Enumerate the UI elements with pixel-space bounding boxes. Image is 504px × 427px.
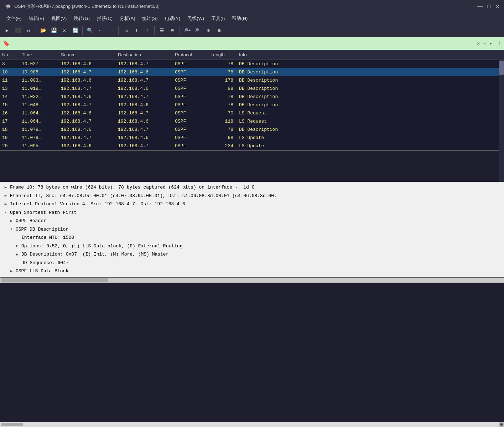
close-button[interactable]: ✕: [495, 3, 500, 10]
cell-len: 78: [208, 69, 237, 76]
bytes-hscroll-thumb[interactable]: [1, 423, 23, 426]
table-row[interactable]: 14 11.032… 192.168.4.6 192.168.4.7 OSPF …: [0, 93, 504, 101]
toolbar-colorize[interactable]: ☰: [157, 26, 167, 36]
menu-item-w[interactable]: 无线(W): [184, 14, 208, 23]
detail-row[interactable]: ▾OSPF DB Description: [0, 225, 504, 234]
table-row[interactable]: 17 11.064… 192.168.4.7 192.168.4.6 OSPF …: [0, 117, 504, 125]
cell-dst: 192.168.4.6: [116, 118, 173, 125]
table-row[interactable]: 18 11.079… 192.168.4.6 192.168.4.7 OSPF …: [0, 125, 504, 134]
cell-dst: 192.168.4.6: [116, 134, 173, 141]
toolbar-open[interactable]: 📂: [38, 26, 48, 36]
menu-item-y[interactable]: 电话(Y): [161, 14, 184, 23]
menu-item-f[interactable]: 文件(F): [3, 14, 25, 23]
toolbar-zoom-out[interactable]: 🔎-: [193, 26, 203, 36]
toolbar-jump[interactable]: ⇥: [121, 26, 131, 36]
cell-time: 11.079…: [20, 126, 59, 133]
cell-no: 19: [0, 134, 20, 141]
toolbar-save[interactable]: 💾: [49, 26, 59, 36]
col-info: Info: [237, 51, 504, 58]
cell-no: 16: [0, 110, 20, 117]
toolbar-close[interactable]: ✕: [59, 26, 69, 36]
cell-proto: OSPF: [173, 134, 208, 141]
cell-src: 192.168.4.7: [59, 134, 116, 141]
filter-clear-button[interactable]: ✕: [475, 40, 482, 47]
table-row[interactable]: 20 11.095… 192.168.4.6 192.168.4.7 OSPF …: [0, 142, 504, 150]
toolbar-next[interactable]: →: [106, 26, 116, 36]
cell-src: 192.168.4.6: [59, 93, 116, 100]
menu-item-a[interactable]: 分析(A): [116, 14, 139, 23]
detail-row[interactable]: ▶OSPF LLS Data Block: [0, 267, 504, 276]
detail-hscroll-thumb[interactable]: [1, 278, 108, 282]
detail-row[interactable]: ▶DB Description: 0x07, (I) Init, (M) Mor…: [0, 250, 504, 259]
menu-item-e[interactable]: 编辑(E): [25, 14, 48, 23]
table-row[interactable]: 13 11.019… 192.168.4.7 192.168.4.6 OSPF …: [0, 84, 504, 93]
filter-apply-button[interactable]: →: [483, 41, 487, 46]
menu-item-g[interactable]: 跳转(G): [70, 14, 93, 23]
toolbar-zoom-reset[interactable]: ⊙: [203, 26, 213, 36]
packet-list-vscrollbar[interactable]: [499, 60, 504, 182]
packet-list-vscroll-thumb[interactable]: [499, 61, 504, 75]
toolbar-capture-start[interactable]: ▶: [2, 26, 12, 36]
detail-row[interactable]: ▶Options: 0x52, O, (L) LLS Data block, (…: [0, 242, 504, 251]
detail-area: ▶Frame 10: 78 bytes on wire (624 bits), …: [0, 182, 504, 422]
table-row[interactable]: 8 10.037… 192.168.4.6 192.168.4.7 OSPF 7…: [0, 60, 504, 68]
cell-dst: 192.168.4.7: [116, 110, 173, 117]
menu-item-v[interactable]: 视图(V): [48, 14, 70, 23]
toolbar-separator-4: [154, 26, 155, 35]
toolbar-resize-columns[interactable]: ⊟: [214, 26, 224, 36]
cell-src: 192.168.4.6: [59, 77, 116, 84]
detail-row[interactable]: ▶Internet Protocol Version 4, Src: 192.1…: [0, 200, 504, 209]
cell-dst: 192.168.4.6: [116, 102, 173, 108]
detail-row[interactable]: DD Sequence: 6047: [0, 259, 504, 267]
toolbar-capture-stop[interactable]: ⬛: [13, 26, 23, 36]
table-row[interactable]: 16 11.064… 192.168.4.6 192.168.4.7 OSPF …: [0, 109, 504, 117]
cell-no: 8: [0, 61, 20, 67]
toolbar-zoom-in[interactable]: 🔎+: [182, 26, 192, 36]
cell-len: 234: [208, 143, 237, 149]
toolbar-find[interactable]: 🔍: [85, 26, 95, 36]
detail-text: OSPF LLS Data Block: [16, 268, 68, 275]
menu-item-s[interactable]: 统计(S): [139, 14, 161, 23]
cell-time: 10.985…: [20, 69, 59, 76]
toolbar-last[interactable]: ⬇: [142, 26, 152, 36]
toolbar-first[interactable]: ⬆: [131, 26, 141, 36]
bytes-pane-hscrollbar[interactable]: ⊡: [0, 422, 504, 427]
detail-row[interactable]: ▶Frame 10: 78 bytes on wire (624 bits), …: [0, 183, 504, 192]
cell-dst: 192.168.4.6: [116, 85, 173, 92]
cell-info: LS Update: [237, 143, 504, 149]
toolbar-auto-scroll[interactable]: ≡: [167, 26, 177, 36]
detail-toggle-icon: ▶: [3, 193, 9, 199]
packet-list-header: No. Time Source Destination Protocol Len…: [0, 50, 504, 60]
toolbar-capture-restart[interactable]: ↺: [24, 26, 33, 36]
cell-time: 11.064…: [20, 110, 59, 117]
detail-hscrollbar[interactable]: [0, 278, 504, 283]
filter-dropdown-button[interactable]: ▾: [489, 41, 493, 47]
toolbar-separator-3: [118, 26, 119, 35]
corner-button[interactable]: ⊡: [499, 422, 504, 427]
detail-row[interactable]: ▶OSPF Header: [0, 217, 504, 225]
detail-row[interactable]: ▾Open Shortest Path First: [0, 209, 504, 217]
table-row[interactable]: 19 11.079… 192.168.4.7 192.168.4.6 OSPF …: [0, 134, 504, 142]
detail-toggle-icon: ▾: [3, 210, 9, 216]
menubar: 文件(F)编辑(E)视图(V)跳转(G)捕获(C)分析(A)统计(S)电话(Y)…: [0, 13, 504, 24]
table-row[interactable]: 15 11.048… 192.168.4.7 192.168.4.6 OSPF …: [0, 101, 504, 109]
cell-info: DB Description: [237, 93, 504, 100]
app-icon: 🦈: [4, 3, 11, 10]
cell-time: 11.095…: [20, 143, 59, 149]
menu-item-c[interactable]: 捕获(C): [93, 14, 116, 23]
menu-item-i[interactable]: 工具(I): [208, 14, 228, 23]
detail-row[interactable]: ▶Ethernet II, Src: c4:07:08:9c:00:01 (c4…: [0, 192, 504, 200]
table-row[interactable]: 11 11.003… 192.168.4.6 192.168.4.7 OSPF …: [0, 76, 504, 84]
maximize-button[interactable]: □: [487, 3, 491, 10]
table-row[interactable]: 10 10.985… 192.168.4.7 192.168.4.6 OSPF …: [0, 68, 504, 76]
minimize-button[interactable]: —: [477, 3, 483, 10]
detail-pane: ▶Frame 10: 78 bytes on wire (624 bits), …: [0, 182, 504, 278]
cell-dst: 192.168.4.6: [116, 69, 173, 76]
menu-item-h[interactable]: 帮助(H): [228, 14, 251, 23]
toolbar-prev[interactable]: ←: [95, 26, 105, 36]
filter-input[interactable]: ospf && not ospf.msg.hello: [13, 41, 474, 46]
detail-row[interactable]: Interface MTU: 1500: [0, 233, 504, 242]
cell-src: 192.168.4.6: [59, 61, 116, 67]
toolbar-reload[interactable]: 🔄: [70, 26, 80, 36]
filter-add-button[interactable]: +: [496, 40, 503, 47]
